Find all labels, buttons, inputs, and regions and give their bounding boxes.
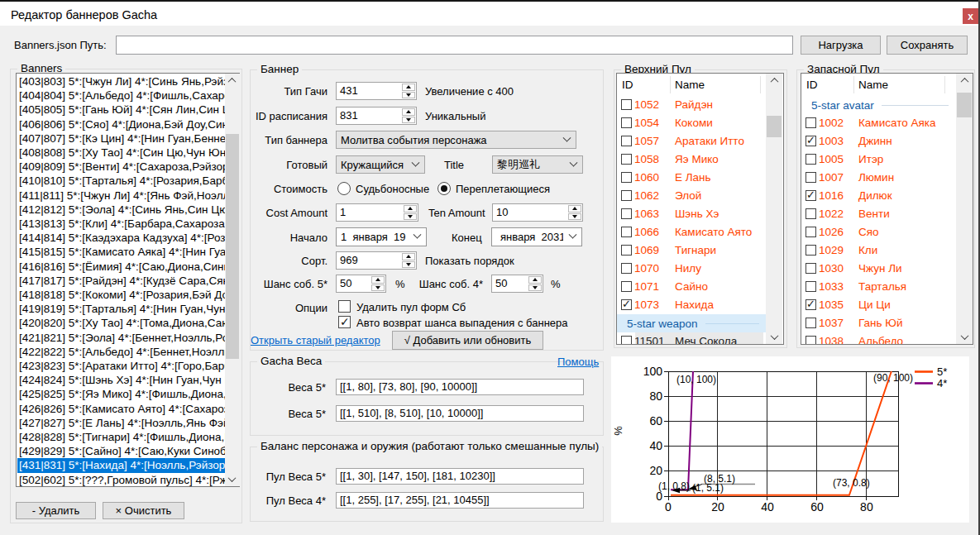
banner-list-item[interactable]: [424|824] 5*:[Шэнь Хэ] 4*:[Нин Гуан,Чун … (17, 373, 225, 387)
pool-row-checkbox[interactable] (621, 208, 632, 219)
pool-row[interactable]: 1026Сяо (801, 223, 955, 241)
pool-row[interactable]: 1003Джинн (801, 132, 955, 150)
scrollbar-thumb[interactable] (957, 93, 972, 117)
column-name[interactable]: Name (858, 74, 888, 96)
path-input[interactable] (116, 36, 793, 55)
pool-weights4-input[interactable]: [[1, 255], [17, 255], [21, 10455]] (336, 492, 584, 509)
banner-list-item[interactable]: [417|817] 5*:[Райдэн] 4*:[Кудзё Сара,Сян… (17, 274, 225, 288)
upper-pool-listview[interactable]: IDName1052Райдэн1054Кокоми1057Аратаки Ит… (616, 73, 784, 345)
banner-list-item[interactable]: [421|821] 5*:[Эола] 4*:[Беннет,Ноэлль,Ро… (17, 331, 225, 345)
chance4-spinner[interactable]: 50 (491, 275, 543, 293)
banner-list-item[interactable]: [431|831] 5*:[Нахида] 4*:[Ноэлль,Рэйзор,… (17, 458, 225, 472)
pool-row-checkbox[interactable] (806, 336, 816, 345)
spin-down-icon[interactable] (404, 213, 417, 221)
scroll-up-icon[interactable] (956, 74, 973, 88)
banner-list-item[interactable]: [429|829] 5*:[Сайно] 4*:[Саю,Куки Синобу (17, 444, 225, 458)
pool-row[interactable]: 1069Тигнари (617, 241, 766, 260)
pool-row-checkbox[interactable] (806, 263, 816, 274)
banners-listbox[interactable]: [403|803] 5*:[Чжун Ли] 4*:[Синь Янь,Рэйз… (16, 73, 240, 487)
banner-list-item[interactable]: [403|803] 5*:[Чжун Ли] 4*:[Синь Янь,Рэйз… (17, 74, 225, 88)
banner-list-item[interactable]: [404|804] 5*:[Альбедо] 4*:[Фишль,Сахароз… (17, 88, 225, 103)
column-id[interactable]: ID (622, 74, 633, 96)
spin-down-icon[interactable] (402, 92, 415, 99)
pool-weights5-input[interactable]: [[1, 30], [147, 150], [181, 10230]] (336, 468, 584, 485)
spin-up-icon[interactable] (402, 108, 415, 116)
pool-row[interactable]: 1035Ци Ци (801, 296, 955, 314)
pool-row[interactable]: 1038Альбедо (801, 332, 955, 345)
banner-list-item[interactable]: [411|811] 5*:[Чжун Ли] 4*:[Янь Фэй,Ноэлл… (17, 189, 225, 203)
banner-list-item[interactable]: [419|819] 5*:[Тарталья] 4*:[Нин Гуан,Чун… (17, 302, 225, 316)
sort-spinner[interactable]: 969 (336, 251, 417, 270)
pool-row-checkbox[interactable] (806, 190, 816, 201)
spin-down-icon[interactable] (371, 284, 385, 292)
pool-row[interactable]: 1060Е Лань (617, 169, 766, 187)
banner-list-item[interactable]: [408|808] 5*:[Ху Тао] 4*:[Син Цю,Чун Юнь… (17, 146, 225, 160)
banners-list-scrollbar[interactable] (225, 74, 240, 486)
banner-list-item[interactable]: [410|810] 5*:[Тарталья] 4*:[Розария,Барб… (17, 174, 225, 188)
pool-row-checkbox[interactable] (806, 227, 816, 237)
banner-list-item[interactable]: [422|822] 5*:[Альбедо] 4*:[Беннет,Ноэлль… (17, 345, 225, 359)
banner-list-item[interactable]: [418|818] 5*:[Кокоми] 4*:[Розария,Бэй До… (17, 288, 225, 302)
banner-list-item[interactable]: [405|805] 5*:[Гань Юй] 4*:[Сян Лин,Син Ц… (17, 103, 225, 117)
scroll-up-icon[interactable] (766, 74, 782, 88)
pool-row[interactable]: 1071Сайно (617, 278, 766, 296)
banner-list-item[interactable]: [415|815] 5*:[Камисато Аяка] 4*:[Нин Гуа… (17, 245, 225, 259)
cost-amount-spinner[interactable]: 1 (336, 203, 418, 222)
add-or-update-button[interactable]: √ Добавить или обновить (392, 331, 543, 350)
spin-down-icon[interactable] (528, 284, 542, 292)
listview-group-row[interactable]: 5-star avatar (801, 96, 955, 114)
pool-row[interactable]: 1022Венти (801, 205, 955, 223)
banner-list-item[interactable]: [409|809] 5*:[Венти] 4*:[Сахароза,Рэйзор… (17, 160, 225, 174)
pool-row[interactable]: 1070Нилу (617, 260, 766, 278)
save-button[interactable]: Сохранять (887, 36, 968, 55)
upper-pool-scrollbar[interactable] (766, 74, 782, 344)
scroll-down-icon[interactable] (225, 472, 240, 486)
column-name[interactable]: Name (675, 74, 705, 96)
pool-row-checkbox[interactable] (621, 227, 632, 237)
remove-pool-checkbox[interactable] (338, 300, 351, 313)
pool-row-checkbox[interactable] (621, 299, 632, 310)
pool-row[interactable]: 1037Гань Юй (801, 314, 955, 332)
spin-up-icon[interactable] (371, 276, 385, 284)
cost-option-intertwined-radio[interactable] (437, 182, 451, 195)
scroll-down-icon[interactable] (956, 330, 973, 344)
spin-up-icon[interactable] (402, 253, 415, 260)
pool-row-checkbox[interactable] (621, 154, 632, 165)
pool-row-checkbox[interactable] (806, 299, 816, 310)
pool-row[interactable]: 1029Кли (801, 241, 955, 260)
pool-row[interactable]: 1002Камисато Аяка (801, 114, 955, 132)
pool-row[interactable]: 1007Люмин (801, 169, 955, 187)
banner-list-item[interactable]: [416|816] 5*:[Ёимия] 4*:[Саю,Диона,Синь (17, 260, 225, 274)
banner-list-item[interactable]: [420|820] 5*:[Ху Тао] 4*:[Тома,Диона,Саю… (17, 316, 225, 330)
pool-row[interactable]: 1054Кокоми (617, 114, 766, 132)
reserve-pool-scrollbar[interactable] (956, 74, 973, 344)
close-button[interactable]: x (963, 8, 978, 24)
pool-row[interactable]: 1058Яэ Мико (617, 150, 766, 169)
spin-down-icon[interactable] (568, 213, 581, 221)
pool-row-checkbox[interactable] (621, 281, 632, 292)
scroll-down-icon[interactable] (766, 330, 782, 344)
pool-row-checkbox[interactable] (621, 117, 632, 128)
title-combo[interactable]: 黎明巡礼 (492, 155, 583, 174)
pool-row[interactable]: 1073Нахида (617, 296, 766, 314)
spin-up-icon[interactable] (568, 205, 581, 213)
spin-up-icon[interactable] (402, 84, 415, 91)
pool-row-checkbox[interactable] (806, 136, 816, 146)
column-id[interactable]: ID (806, 74, 818, 96)
reserve-pool-listview[interactable]: IDName5-star avatar1002Камисато Аяка1003… (801, 73, 973, 345)
pool-row-checkbox[interactable] (621, 263, 632, 274)
banner-list-item[interactable]: [407|807] 5*:[Кэ Цин] 4*:[Нин Гуан,Бенне… (17, 131, 225, 146)
banner-list-item[interactable]: [426|826] 5*:[Камисато Аято] 4*:[Сахароз… (17, 402, 225, 416)
pool-row-checkbox[interactable] (806, 245, 816, 256)
cost-option-acquaint-radio[interactable] (337, 182, 351, 195)
banner-list-item[interactable]: [423|823] 5*:[Аратаки Итто] 4*:[Горо,Бар… (17, 359, 225, 373)
end-date-picker[interactable]: января 2031 (491, 227, 582, 246)
pool-row[interactable]: 1066Камисато Аято (617, 223, 766, 241)
banner-list-item[interactable]: [413|813] 5*:[Кли] 4*:[Барбара,Сахароза,… (17, 217, 225, 231)
pool-row-checkbox[interactable] (621, 172, 632, 183)
pool-row[interactable]: 1063Шэнь Хэ (617, 205, 766, 223)
spin-down-icon[interactable] (402, 261, 415, 269)
ten-amount-spinner[interactable]: 10 (492, 203, 583, 222)
pool-row[interactable]: 1030Чжун Ли (801, 260, 955, 278)
spin-down-icon[interactable] (402, 117, 415, 124)
